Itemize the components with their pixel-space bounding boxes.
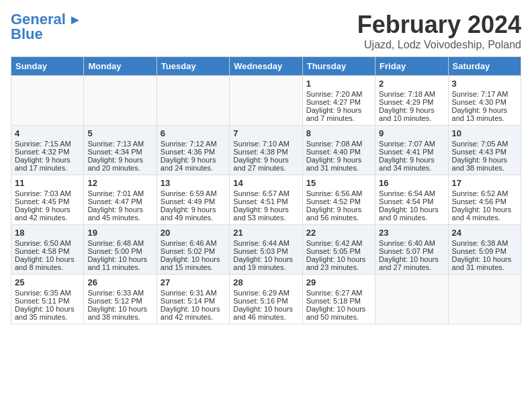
day-info: Daylight: 10 hours: [161, 255, 226, 263]
day-info: Sunrise: 7:18 AM: [379, 90, 444, 98]
day-number: 17: [452, 178, 517, 188]
day-info: Daylight: 9 hours: [87, 156, 152, 164]
calendar-cell: 5Sunrise: 7:13 AMSunset: 4:34 PMDaylight…: [84, 126, 157, 175]
day-info: and 7 minutes.: [306, 114, 371, 122]
day-number: 28: [233, 277, 298, 287]
day-info: Sunset: 4:52 PM: [306, 197, 371, 205]
day-info: Sunrise: 6:44 AM: [233, 239, 298, 247]
day-info: Daylight: 10 hours: [306, 255, 371, 263]
title-section: February 2024 Ujazd, Lodz Voivodeship, P…: [357, 11, 521, 51]
day-header-thursday: Thursday: [302, 57, 375, 76]
day-info: Sunrise: 6:59 AM: [161, 189, 226, 197]
calendar-cell: 8Sunrise: 7:08 AMSunset: 4:40 PMDaylight…: [302, 126, 375, 175]
day-number: 13: [161, 178, 226, 188]
day-info: Daylight: 9 hours: [379, 156, 444, 164]
week-row-2: 4Sunrise: 7:15 AMSunset: 4:32 PMDaylight…: [11, 126, 521, 175]
day-header-friday: Friday: [375, 57, 448, 76]
day-info: Sunrise: 6:38 AM: [452, 239, 517, 247]
day-info: Sunset: 4:27 PM: [306, 98, 371, 106]
day-info: Sunrise: 6:54 AM: [379, 189, 444, 197]
day-number: 19: [87, 228, 152, 238]
calendar-cell: 20Sunrise: 6:46 AMSunset: 5:02 PMDayligh…: [157, 225, 229, 275]
location: Ujazd, Lodz Voivodeship, Poland: [357, 39, 521, 51]
calendar-cell: 6Sunrise: 7:12 AMSunset: 4:36 PMDaylight…: [157, 126, 229, 175]
day-number: 5: [87, 128, 152, 138]
day-info: and 27 minutes.: [233, 164, 298, 172]
day-number: 16: [379, 178, 444, 188]
calendar-cell: 14Sunrise: 6:57 AMSunset: 4:51 PMDayligh…: [230, 175, 302, 225]
day-info: Sunrise: 6:31 AM: [161, 289, 226, 297]
day-info: Daylight: 9 hours: [233, 156, 298, 164]
day-number: 9: [379, 128, 444, 138]
week-row-1: 1Sunrise: 7:20 AMSunset: 4:27 PMDaylight…: [11, 76, 521, 126]
day-number: 14: [233, 178, 298, 188]
calendar-cell: [84, 76, 157, 126]
day-number: 22: [306, 228, 371, 238]
calendar-cell: 28Sunrise: 6:29 AMSunset: 5:16 PMDayligh…: [230, 275, 302, 324]
day-info: Sunrise: 6:52 AM: [452, 189, 517, 197]
day-info: Sunrise: 7:10 AM: [233, 140, 298, 148]
calendar-cell: 3Sunrise: 7:17 AMSunset: 4:30 PMDaylight…: [448, 76, 521, 126]
calendar-cell: 9Sunrise: 7:07 AMSunset: 4:41 PMDaylight…: [375, 126, 448, 175]
day-info: and 46 minutes.: [233, 313, 298, 321]
day-info: Sunrise: 6:42 AM: [306, 239, 371, 247]
day-info: Sunrise: 7:13 AM: [87, 140, 152, 148]
day-info: Sunset: 5:11 PM: [15, 297, 80, 305]
day-number: 7: [233, 128, 298, 138]
day-info: Sunrise: 6:33 AM: [87, 289, 152, 297]
day-number: 29: [306, 277, 371, 287]
day-info: and 38 minutes.: [452, 164, 517, 172]
day-number: 8: [306, 128, 371, 138]
calendar-cell: 15Sunrise: 6:56 AMSunset: 4:52 PMDayligh…: [302, 175, 375, 225]
day-number: 11: [15, 178, 80, 188]
day-info: Sunset: 4:49 PM: [161, 197, 226, 205]
day-info: Sunrise: 6:56 AM: [306, 189, 371, 197]
day-header-tuesday: Tuesday: [157, 57, 229, 76]
day-info: Sunrise: 7:08 AM: [306, 140, 371, 148]
day-info: Sunrise: 6:46 AM: [161, 239, 226, 247]
day-info: Daylight: 9 hours: [161, 156, 226, 164]
day-info: Daylight: 9 hours: [452, 106, 517, 114]
day-info: Daylight: 9 hours: [87, 205, 152, 214]
day-info: Sunset: 4:45 PM: [15, 197, 80, 205]
day-info: Sunrise: 6:40 AM: [379, 239, 444, 247]
day-info: Sunset: 4:40 PM: [306, 148, 371, 156]
day-info: Sunset: 5:14 PM: [161, 297, 226, 305]
calendar-table: SundayMondayTuesdayWednesdayThursdayFrid…: [11, 56, 521, 324]
calendar-cell: [448, 275, 521, 324]
day-info: Daylight: 10 hours: [452, 205, 517, 214]
day-info: Sunrise: 7:07 AM: [379, 140, 444, 148]
day-info: Sunset: 5:16 PM: [233, 297, 298, 305]
day-header-saturday: Saturday: [448, 57, 521, 76]
calendar-cell: 7Sunrise: 7:10 AMSunset: 4:38 PMDaylight…: [230, 126, 302, 175]
logo: General ► Blue: [11, 11, 82, 43]
day-number: 12: [87, 178, 152, 188]
calendar-cell: 11Sunrise: 7:03 AMSunset: 4:45 PMDayligh…: [11, 175, 84, 225]
day-info: Sunrise: 6:27 AM: [306, 289, 371, 297]
day-info: and 38 minutes.: [87, 313, 152, 321]
day-info: Sunset: 4:38 PM: [233, 148, 298, 156]
day-info: Daylight: 9 hours: [161, 205, 226, 214]
calendar-cell: 22Sunrise: 6:42 AMSunset: 5:05 PMDayligh…: [302, 225, 375, 275]
calendar-cell: [230, 76, 302, 126]
day-number: 1: [306, 79, 371, 89]
day-info: Sunrise: 6:50 AM: [15, 239, 80, 247]
day-info: Sunrise: 6:48 AM: [87, 239, 152, 247]
calendar-cell: 26Sunrise: 6:33 AMSunset: 5:12 PMDayligh…: [84, 275, 157, 324]
calendar-cell: 21Sunrise: 6:44 AMSunset: 5:03 PMDayligh…: [230, 225, 302, 275]
day-info: Sunset: 5:05 PM: [306, 247, 371, 255]
calendar-cell: 27Sunrise: 6:31 AMSunset: 5:14 PMDayligh…: [157, 275, 229, 324]
day-info: Daylight: 10 hours: [15, 305, 80, 313]
day-info: Sunset: 4:41 PM: [379, 148, 444, 156]
header-row: SundayMondayTuesdayWednesdayThursdayFrid…: [11, 57, 521, 76]
calendar-cell: [11, 76, 84, 126]
day-info: and 15 minutes.: [161, 263, 226, 271]
calendar-cell: [157, 76, 229, 126]
page-header: General ► Blue February 2024 Ujazd, Lodz…: [11, 11, 521, 51]
day-info: Daylight: 9 hours: [306, 205, 371, 214]
day-info: Sunrise: 6:57 AM: [233, 189, 298, 197]
day-header-monday: Monday: [84, 57, 157, 76]
week-row-3: 11Sunrise: 7:03 AMSunset: 4:45 PMDayligh…: [11, 175, 521, 225]
day-info: Daylight: 10 hours: [233, 255, 298, 263]
day-info: and 8 minutes.: [15, 263, 80, 271]
